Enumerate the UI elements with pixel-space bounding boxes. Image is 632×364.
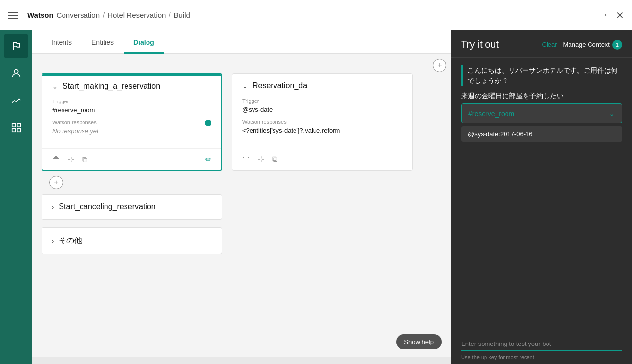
- node2-trigger-field: Trigger @sys-date: [242, 98, 402, 113]
- node3-header: › Start_canceling_reservation: [42, 195, 222, 219]
- node2-copy-icon[interactable]: ⧉: [272, 155, 277, 163]
- entity-tag: @sys-date:2017-06-16: [461, 126, 622, 142]
- clear-button[interactable]: Clear: [542, 41, 557, 48]
- manage-context-button[interactable]: Manage Context 1: [563, 40, 622, 50]
- node2-response-field: Watson responses <?entities['sys-date']?…: [242, 119, 402, 134]
- node1-title: Start_making_a_reservation: [63, 82, 160, 91]
- show-help-button[interactable]: Show help: [396, 334, 442, 349]
- intent-value: #reserve_room: [468, 110, 514, 118]
- try-panel: Try it out Clear Manage Context 1 こんにちは、…: [451, 30, 632, 364]
- node1-header: ⌄ Start_making_a_reservation: [42, 74, 221, 99]
- sidebar: [0, 30, 32, 364]
- try-header-actions: Clear Manage Context 1: [542, 40, 622, 50]
- breadcrumb-hotel-label: Hotel Reservation: [107, 11, 166, 19]
- node1-response-label: Watson responses: [52, 120, 99, 125]
- node3-title: Start_canceling_reservation: [59, 202, 155, 211]
- node2-delete-icon[interactable]: 🗑: [242, 155, 250, 163]
- svg-point-0: [14, 70, 18, 73]
- svg-rect-1: [12, 124, 15, 127]
- sidebar-item-chart[interactable]: [4, 89, 28, 112]
- breadcrumb-brand: Watson: [27, 11, 54, 19]
- svg-rect-3: [12, 129, 15, 132]
- sidebar-item-tools[interactable]: [4, 34, 28, 58]
- breadcrumb: Watson Conversation / Start_making_a_res…: [27, 11, 190, 19]
- tools-icon: [11, 40, 21, 51]
- node1-edit-icon[interactable]: ✏: [205, 155, 211, 164]
- breadcrumb-build: Build: [174, 11, 190, 19]
- node1-trigger-value: #reserve_room: [52, 106, 211, 114]
- node2-header: ⌄ Reservation_da: [232, 74, 412, 98]
- node3-expand-icon[interactable]: ›: [52, 203, 54, 211]
- intent-dropdown[interactable]: #reserve_room ⌄: [461, 103, 622, 123]
- svg-rect-4: [17, 129, 20, 132]
- node1-footer: 🗑 ⊹ ⧉ ✏: [42, 148, 221, 170]
- header-left: Watson Conversation / Start_making_a_res…: [8, 11, 190, 19]
- node4-title: その他: [59, 236, 82, 246]
- header: Watson Conversation / Start_making_a_res…: [0, 0, 632, 30]
- bot-greeting: こんにちは、リバーサンホテルです。ご用件は何でしょうか？: [461, 65, 622, 86]
- canvas-scrollbar[interactable]: [32, 357, 451, 364]
- breadcrumb-sep1: /: [103, 11, 105, 19]
- try-input-hint: Use the up key for most recent: [461, 354, 622, 360]
- chevron-down-icon: ⌄: [609, 109, 615, 118]
- person-icon: [11, 68, 21, 79]
- node2-title: Reservation_da: [253, 81, 307, 90]
- node-cancel-reservation[interactable]: › Start_canceling_reservation: [42, 194, 222, 220]
- node2-body: Trigger @sys-date Watson responses <?ent…: [232, 98, 412, 148]
- node4-expand-icon[interactable]: ›: [52, 237, 54, 244]
- node2-footer: 🗑 ⊹ ⧉: [232, 148, 412, 169]
- node1-body: Trigger #reserve_room Watson responses N…: [42, 99, 221, 148]
- node-other[interactable]: › その他: [42, 227, 222, 254]
- node2-expand-icon[interactable]: ⌄: [242, 82, 248, 90]
- node2-trigger-value: @sys-date: [242, 106, 402, 113]
- manage-context-label: Manage Context: [563, 41, 610, 48]
- user-message-group: 来週の金曜日に部屋を予約したい #reserve_room ⌄ @sys-dat…: [461, 92, 622, 142]
- node2-move-icon[interactable]: ⊹: [258, 154, 264, 163]
- tabbar: Intents Entities Dialog: [32, 30, 451, 54]
- node2-trigger-label: Trigger: [242, 98, 402, 104]
- node4-header: › その他: [42, 228, 222, 254]
- node2-actions: 🗑 ⊹ ⧉: [242, 154, 277, 163]
- tab-intents[interactable]: Intents: [42, 33, 82, 54]
- node1-copy-icon[interactable]: ⧉: [82, 155, 87, 164]
- header-right: → ✕: [599, 9, 624, 21]
- sidebar-item-person[interactable]: [4, 61, 28, 85]
- breadcrumb-sep2: /: [169, 11, 170, 19]
- add-node-below-1[interactable]: +: [49, 176, 63, 189]
- canvas: + ⌄ Start_making_a_reservation Trigger #…: [32, 54, 451, 364]
- node1-trigger-field: Trigger #reserve_room: [52, 99, 211, 114]
- node1-response-field: Watson responses No response yet: [52, 120, 211, 135]
- node1-trigger-label: Trigger: [52, 99, 211, 104]
- try-messages: こんにちは、リバーサンホテルです。ご用件は何でしょうか？ 来週の金曜日に部屋を予…: [451, 58, 632, 331]
- node2-response-value: <?entities['sys-date']?.value.reform: [242, 127, 402, 134]
- svg-rect-2: [17, 124, 20, 127]
- context-count-badge: 1: [612, 40, 622, 50]
- node1-response-value: No response yet: [52, 127, 99, 135]
- grid-icon: [11, 122, 21, 133]
- back-icon[interactable]: →: [599, 10, 608, 20]
- sidebar-item-grid[interactable]: [4, 116, 28, 140]
- node-reservation-date[interactable]: ⌄ Reservation_da Trigger @sys-date Watso…: [232, 73, 413, 171]
- tab-dialog[interactable]: Dialog: [124, 33, 164, 54]
- user-input-text: 来週の金曜日に部屋を予約したい: [461, 92, 622, 101]
- node2-response-label: Watson responses: [242, 119, 402, 125]
- node1-actions: 🗑 ⊹ ⧉: [52, 155, 87, 164]
- try-header: Try it out Clear Manage Context 1: [451, 30, 632, 58]
- chart-icon: [11, 95, 21, 106]
- breadcrumb-text1: Conversation: [57, 11, 100, 19]
- node1-expand-icon[interactable]: ⌄: [52, 83, 58, 90]
- node-start-reservation[interactable]: ⌄ Start_making_a_reservation Trigger #re…: [42, 73, 222, 171]
- tab-entities[interactable]: Entities: [82, 33, 124, 54]
- node-selected-bar: [42, 74, 221, 76]
- close-icon[interactable]: ✕: [616, 9, 624, 21]
- try-input-area: Use the up key for most recent: [451, 331, 632, 364]
- hamburger-menu[interactable]: [8, 12, 18, 19]
- try-title: Try it out: [461, 39, 499, 50]
- node1-status-dot: [205, 120, 211, 126]
- node1-delete-icon[interactable]: 🗑: [52, 155, 60, 164]
- nodes-container: + ⌄ Start_making_a_reservation Trigger #…: [32, 54, 451, 283]
- try-input-field[interactable]: [461, 337, 622, 351]
- node1-move-icon[interactable]: ⊹: [68, 155, 74, 164]
- canvas-add-button[interactable]: +: [433, 59, 446, 72]
